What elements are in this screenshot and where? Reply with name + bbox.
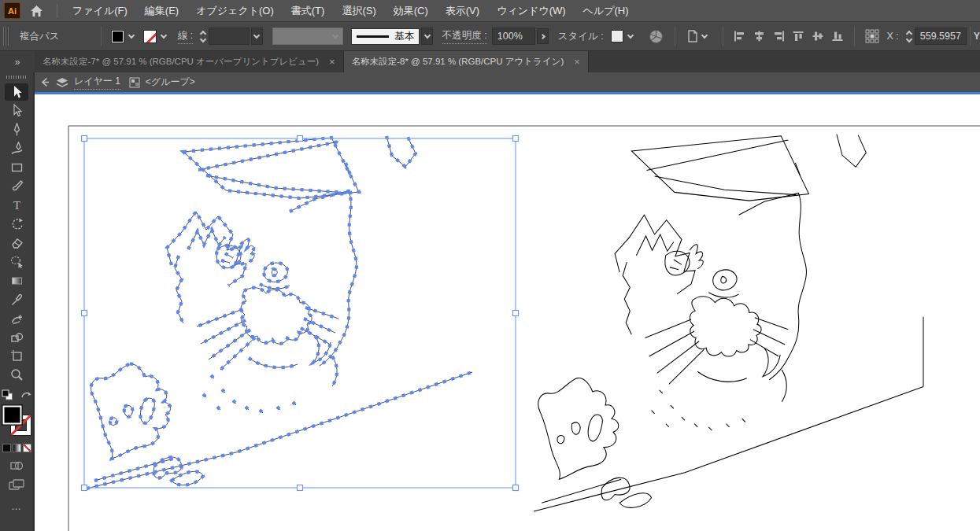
style-swatch[interactable] bbox=[611, 30, 623, 42]
tool-lasso[interactable] bbox=[0, 253, 33, 271]
group-thumbnail-icon bbox=[129, 77, 140, 88]
tool-curvature[interactable] bbox=[0, 139, 33, 158]
tool-artboard[interactable] bbox=[0, 347, 33, 366]
selection-handle[interactable] bbox=[513, 485, 519, 491]
direct-selection-tool-icon bbox=[10, 104, 24, 118]
toolbar: T … bbox=[0, 72, 35, 531]
x-stepper[interactable] bbox=[907, 31, 912, 42]
style-label: スタイル : bbox=[558, 30, 604, 43]
selection-handle[interactable] bbox=[298, 136, 303, 142]
style-dropdown[interactable] bbox=[611, 30, 638, 42]
document-tab-bar: » 名称未設定-7* @ 57.91 % (RGB/CPU オーバープリントプレ… bbox=[0, 51, 980, 72]
panel-grip-handle[interactable] bbox=[3, 27, 10, 46]
brush-definition-dropdown[interactable]: 基本 bbox=[351, 28, 420, 45]
tool-eraser[interactable] bbox=[0, 234, 33, 253]
opacity-input[interactable]: 100% bbox=[492, 28, 535, 45]
stroke-none-swatch[interactable] bbox=[143, 30, 157, 43]
x-input[interactable]: 559.5957 bbox=[915, 28, 967, 45]
tool-direct-selection[interactable] bbox=[0, 101, 33, 120]
toolbar-grip-handle[interactable] bbox=[6, 76, 27, 79]
align-horizontal-center-icon[interactable] bbox=[753, 31, 765, 42]
stroke-label[interactable]: 線 : bbox=[178, 29, 193, 44]
shape-builder-tool-icon bbox=[10, 330, 24, 345]
menu-file[interactable]: ファイル(F) bbox=[64, 0, 136, 21]
artwork-left-selected[interactable] bbox=[87, 136, 472, 489]
tab-close-icon[interactable]: × bbox=[574, 57, 580, 67]
align-left-icon[interactable] bbox=[734, 31, 745, 42]
tool-gradient[interactable] bbox=[0, 271, 33, 290]
brush-dropdown-button[interactable] bbox=[421, 28, 433, 45]
document-window[interactable] bbox=[35, 94, 980, 531]
tab-close-icon[interactable]: × bbox=[329, 57, 335, 67]
selection-tool-icon bbox=[10, 85, 24, 99]
swap-fill-stroke-icon[interactable] bbox=[20, 390, 31, 400]
selection-handle[interactable] bbox=[82, 311, 87, 316]
opacity-label[interactable]: 不透明度 : bbox=[442, 29, 487, 44]
stroke-width-input[interactable] bbox=[209, 28, 250, 45]
color-mode-chips bbox=[2, 444, 31, 452]
tab-untitled-7[interactable]: 名称未設定-7* @ 57.91 % (RGB/CPU オーバープリントプレビュ… bbox=[35, 51, 344, 72]
none-mode-icon[interactable] bbox=[23, 444, 31, 452]
drawing-mode-icon[interactable] bbox=[9, 459, 24, 472]
tab-untitled-8[interactable]: 名称未設定-8* @ 57.91 % (RGB/CPU アウトライン) × bbox=[344, 51, 589, 72]
back-arrow-icon[interactable] bbox=[40, 77, 50, 87]
reference-point-grid-icon bbox=[865, 29, 879, 43]
tool-rectangle[interactable] bbox=[0, 158, 33, 177]
artwork-right-outline[interactable] bbox=[534, 135, 923, 511]
default-fill-stroke-icon[interactable] bbox=[2, 389, 13, 401]
tool-selection[interactable] bbox=[0, 83, 33, 101]
tool-shape-builder[interactable] bbox=[0, 328, 33, 347]
stroke-color-dropdown[interactable] bbox=[143, 30, 171, 43]
tool-eyedropper[interactable] bbox=[0, 290, 33, 309]
opacity-flyout-button[interactable] bbox=[537, 28, 549, 44]
align-bottom-icon[interactable] bbox=[832, 31, 844, 42]
menu-edit[interactable]: 編集(E) bbox=[136, 0, 187, 21]
align-group bbox=[734, 31, 844, 42]
tool-zoom[interactable] bbox=[0, 366, 33, 385]
document-canvas[interactable] bbox=[35, 94, 980, 531]
screen-mode-icon[interactable] bbox=[9, 479, 24, 491]
home-icon bbox=[30, 5, 43, 17]
align-vertical-center-icon[interactable] bbox=[812, 31, 824, 42]
tool-symbolism[interactable] bbox=[0, 309, 33, 328]
toolbar-expand-button[interactable]: » bbox=[0, 51, 35, 72]
align-right-icon[interactable] bbox=[773, 31, 785, 42]
selection-handle[interactable] bbox=[298, 485, 303, 491]
tool-pen[interactable] bbox=[0, 120, 33, 139]
stroke-width-stepper[interactable] bbox=[201, 31, 205, 42]
artboard-tool-icon bbox=[10, 349, 24, 363]
stroke-width-dropdown-button[interactable] bbox=[251, 28, 263, 45]
recolor-artwork-button[interactable] bbox=[645, 29, 668, 44]
step-down-icon[interactable] bbox=[200, 35, 206, 42]
more-tools-button[interactable]: … bbox=[11, 500, 22, 512]
breadcrumb-layer[interactable]: レイヤー 1 bbox=[74, 75, 120, 90]
menu-object[interactable]: オブジェクト(O) bbox=[187, 0, 283, 21]
tool-paintbrush[interactable] bbox=[0, 177, 33, 196]
fill-color-dropdown[interactable] bbox=[111, 30, 139, 43]
document-setup-dropdown[interactable] bbox=[682, 29, 716, 43]
menu-select[interactable]: 選択(S) bbox=[333, 0, 384, 21]
menu-view[interactable]: 表示(V) bbox=[437, 0, 488, 21]
home-button[interactable] bbox=[28, 2, 45, 20]
tool-rotate[interactable] bbox=[0, 215, 33, 234]
reference-point-selector[interactable] bbox=[861, 29, 883, 43]
color-mode-icon[interactable] bbox=[2, 444, 11, 452]
gradient-mode-icon[interactable] bbox=[13, 444, 21, 452]
menu-window[interactable]: ウィンドウ(W) bbox=[488, 0, 574, 21]
fill-color-swatch[interactable] bbox=[111, 30, 124, 43]
menu-type[interactable]: 書式(T) bbox=[283, 0, 334, 21]
brush-name: 基本 bbox=[394, 30, 414, 43]
selection-handle[interactable] bbox=[513, 311, 519, 316]
breadcrumb-group[interactable]: <グループ> bbox=[146, 76, 195, 89]
menu-help[interactable]: ヘルプ(H) bbox=[575, 0, 638, 21]
breadcrumb: レイヤー 1 <グループ> bbox=[35, 72, 980, 92]
align-top-icon[interactable] bbox=[793, 31, 804, 42]
selection-handle[interactable] bbox=[82, 485, 87, 491]
menu-effect[interactable]: 効果(C) bbox=[385, 0, 437, 21]
fill-color-indicator[interactable] bbox=[2, 404, 23, 426]
selection-bounding-box[interactable] bbox=[82, 136, 519, 491]
selection-handle[interactable] bbox=[513, 136, 519, 142]
step-down-icon[interactable] bbox=[906, 35, 912, 42]
tool-type[interactable]: T bbox=[0, 196, 33, 215]
selection-handle[interactable] bbox=[82, 136, 87, 142]
